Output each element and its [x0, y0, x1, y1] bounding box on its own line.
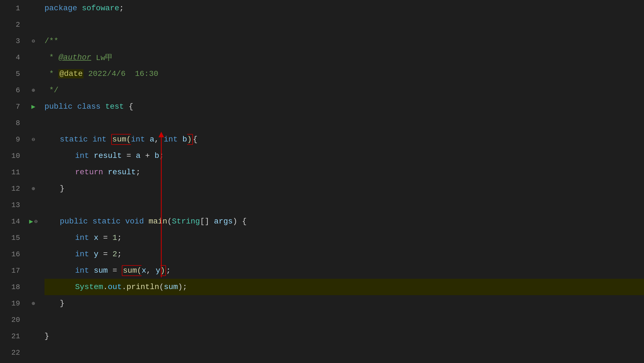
fold-close-icon[interactable]: ⊕: [32, 300, 35, 307]
code-line: public static void main(String[] args) {: [44, 213, 644, 230]
token: int: [164, 135, 182, 144]
token: out: [108, 283, 122, 291]
token: package: [44, 4, 82, 13]
fold-close-icon[interactable]: ⊕: [32, 185, 35, 192]
line-number: 20: [0, 312, 20, 328]
code-line: }: [44, 328, 644, 344]
fold-open-icon[interactable]: ⊖: [32, 136, 35, 143]
token: ;: [136, 168, 140, 176]
token: .: [122, 283, 127, 291]
fold-close-icon[interactable]: ⊕: [32, 87, 35, 94]
line-number: 4: [0, 49, 20, 66]
code-line: [44, 16, 644, 33]
gutter-cell: ⊖: [25, 33, 42, 49]
code-line: }: [44, 180, 644, 197]
fold-icon[interactable]: ⊖: [34, 218, 38, 225]
code-line: [44, 344, 644, 361]
code-line: * @date 2022/4/6 16:30: [44, 66, 644, 82]
gutter-cell: ⊕: [25, 82, 42, 98]
code-line: System.out.println(sum);: [44, 279, 644, 295]
gutter-cell: ⊕: [25, 180, 42, 197]
token: }: [44, 332, 49, 340]
token: static: [60, 135, 93, 144]
line-number: 9: [0, 131, 20, 148]
token: .: [103, 283, 108, 291]
token: int: [93, 135, 111, 144]
line-number: 21: [0, 328, 20, 344]
token: sofoware: [82, 4, 119, 13]
gutter-cell: [25, 49, 42, 66]
token: System: [75, 283, 103, 291]
token: ) {: [233, 217, 247, 226]
line-number: 2: [0, 16, 20, 33]
gutter-cell: ▶: [25, 98, 42, 115]
code-line: int x = 1;: [44, 230, 644, 246]
token: main: [148, 217, 167, 226]
gutter-cell: [25, 115, 42, 131]
method-call-box-start: sum(: [122, 265, 142, 276]
gutter-cell: [25, 16, 42, 33]
line-number: 12: [0, 180, 20, 197]
line-number: 19: [0, 295, 20, 312]
gutter-cell: [25, 312, 42, 328]
token: +: [145, 151, 155, 160]
code-line: static int sum(int a, int b){: [44, 131, 644, 148]
code-editor: 12345678910111213141516171819202122 ⊖⊕▶⊖…: [0, 0, 644, 363]
code-area: package sofoware;/** * @author Lw甲 * @da…: [42, 0, 644, 363]
line-number: 1: [0, 0, 20, 16]
gutter-cell: ⊕: [25, 295, 42, 312]
token: 2022/4/6 16:30: [83, 69, 158, 78]
token: {: [128, 102, 133, 111]
token: =: [112, 266, 122, 275]
token: b: [155, 151, 159, 160]
token: return: [75, 168, 108, 176]
gutter-cell: [25, 164, 42, 180]
token: (: [167, 217, 172, 226]
annotation-tag: @date: [58, 69, 83, 78]
line-numbers: 12345678910111213141516171819202122: [0, 0, 25, 363]
method-def-box-end: ): [187, 134, 193, 145]
gutter-cell: [25, 66, 42, 82]
code-line: int sum = sum(x, y);: [44, 262, 644, 279]
token: ;: [159, 151, 164, 160]
code-line: * @author Lw甲: [44, 49, 644, 66]
token: x: [142, 266, 146, 275]
code-line: }: [44, 295, 644, 312]
gutter-cell: [25, 148, 42, 164]
code-line: int result = a + b;: [44, 148, 644, 164]
token: b: [182, 135, 187, 144]
line-number: 15: [0, 230, 20, 246]
gutter-cell: [25, 246, 42, 262]
line-number: 18: [0, 279, 20, 295]
token: y: [156, 266, 160, 275]
gutter-cell: [25, 328, 42, 344]
line-number: 13: [0, 197, 20, 213]
token: test: [105, 102, 128, 111]
gutter-cell: ⊖: [25, 131, 42, 148]
token: a: [136, 151, 145, 160]
token: public: [60, 217, 93, 226]
line-number: 14: [0, 213, 20, 230]
token: static: [93, 217, 125, 226]
token: sum: [164, 283, 178, 291]
token: sum: [94, 266, 112, 275]
token: y: [94, 250, 103, 258]
token: int: [75, 250, 94, 258]
code-line: [44, 312, 644, 328]
run-icon[interactable]: ▶: [29, 217, 33, 225]
code-line: public class test {: [44, 98, 644, 115]
gutter-cell: ▶⊖: [25, 213, 42, 230]
token: ;: [117, 233, 122, 242]
line-number: 3: [0, 33, 20, 49]
line-number: 7: [0, 98, 20, 115]
token: );: [178, 283, 187, 291]
run-icon[interactable]: ▶: [31, 103, 35, 111]
token: x: [94, 233, 103, 242]
token: public: [44, 102, 77, 111]
line-number: 22: [0, 344, 20, 361]
gutter-cell: [25, 279, 42, 295]
token: =: [127, 151, 136, 160]
token: 1: [112, 233, 117, 242]
code-line: package sofoware;: [44, 0, 644, 16]
fold-open-icon[interactable]: ⊖: [32, 38, 35, 44]
